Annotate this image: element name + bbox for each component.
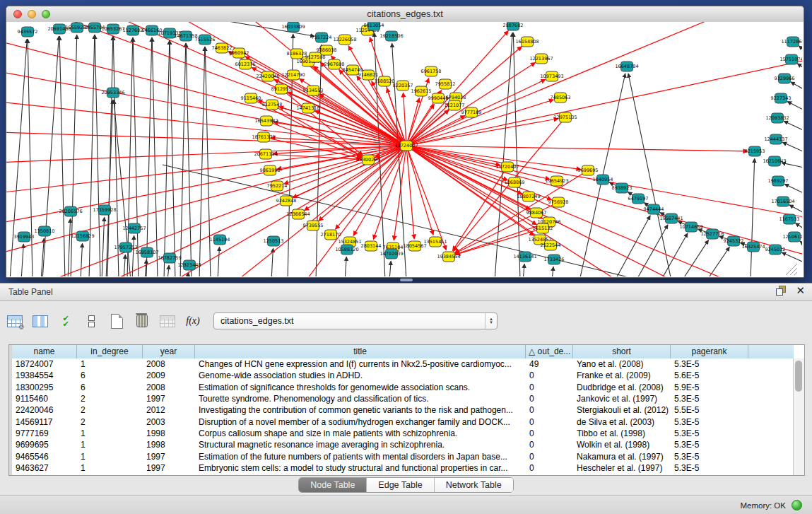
column-header-name[interactable]: name	[12, 345, 77, 358]
window-titlebar[interactable]: citations_edges.txt	[6, 6, 804, 23]
network-node[interactable]: 19384554	[437, 252, 460, 262]
row-height-icon[interactable]	[81, 311, 102, 331]
network-node[interactable]: 12527716	[700, 229, 724, 239]
network-edge[interactable]	[784, 121, 802, 138]
network-edge[interactable]	[293, 146, 406, 198]
column-header-short[interactable]: short	[573, 345, 671, 358]
network-edge[interactable]	[95, 35, 100, 276]
network-edge[interactable]	[513, 33, 520, 276]
network-node[interactable]: 12213967	[529, 54, 553, 64]
network-node[interactable]: 9435572	[18, 27, 38, 37]
network-node[interactable]: 15720407	[495, 162, 519, 172]
column-header-out_degree[interactable]: △ out_de...	[526, 345, 573, 358]
network-node[interactable]: 8215953	[745, 146, 765, 156]
new-table-icon[interactable]	[106, 311, 127, 331]
network-edge[interactable]	[523, 264, 524, 276]
network-node[interactable]: 16154808	[515, 37, 539, 47]
network-node[interactable]: 12106113	[782, 232, 802, 242]
network-node[interactable]: 16210643	[763, 156, 786, 166]
network-node[interactable]: 2887682	[503, 22, 524, 30]
memory-status-indicator[interactable]	[792, 500, 802, 510]
network-node[interactable]: 12156829	[71, 231, 94, 241]
network-node[interactable]: 12975135	[553, 112, 577, 122]
table-row[interactable]: 1456911722003Disruption of a novel membe…	[12, 416, 794, 427]
table-body[interactable]: 1872400712008Changes of HCN gene express…	[12, 358, 794, 475]
network-edge[interactable]	[68, 218, 71, 276]
network-node[interactable]: 7952214	[267, 181, 288, 191]
network-edge[interactable]	[782, 252, 802, 269]
tab-node-table[interactable]: Node Table	[299, 478, 367, 492]
column-visibility-icon[interactable]	[30, 311, 51, 331]
network-edge[interactable]	[218, 247, 219, 276]
network-edge[interactable]	[71, 35, 77, 276]
column-header-year[interactable]: year	[143, 345, 195, 358]
network-node[interactable]: 1962615	[411, 86, 432, 96]
network-node[interactable]: 15751074	[779, 54, 802, 64]
network-node[interactable]: 2803144	[361, 241, 382, 251]
network-edge[interactable]	[406, 100, 553, 146]
network-edge[interactable]	[800, 241, 802, 257]
table-row[interactable]: 1872400712008Changes of HCN gene express…	[12, 358, 794, 370]
network-node[interactable]: 7357224	[312, 33, 332, 42]
network-node[interactable]: 17016504	[771, 197, 794, 206]
network-edge[interactable]	[782, 142, 802, 159]
table-row[interactable]: 2242004622012Investigating the contribut…	[12, 404, 794, 416]
column-header-in_degree[interactable]: in_degree	[77, 345, 143, 358]
network-edge[interactable]	[406, 119, 558, 146]
network-node[interactable]: 1145194	[210, 235, 230, 245]
network-node[interactable]: 9699695	[578, 165, 599, 175]
panel-splitter-handle[interactable]	[400, 279, 413, 281]
network-edge[interactable]	[164, 40, 170, 276]
network-edge[interactable]	[797, 64, 802, 79]
network-node[interactable]: 8739555	[303, 221, 324, 230]
network-edge[interactable]	[186, 43, 192, 276]
scrollbar-thumb[interactable]	[795, 361, 802, 392]
network-edge[interactable]	[59, 36, 65, 276]
table-row[interactable]: 946362711997Embryonic stem cells: a mode…	[12, 462, 794, 474]
network-edge[interactable]	[6, 132, 406, 146]
resize-grip-icon[interactable]	[794, 272, 797, 275]
network-node[interactable]: 13515411	[423, 237, 447, 247]
network-edge[interactable]	[452, 167, 507, 251]
network-node[interactable]: 12226058	[333, 35, 356, 45]
network-edge[interactable]	[146, 37, 152, 276]
network-node[interactable]: 6961758	[421, 66, 442, 76]
network-node[interactable]: 17359928	[93, 205, 116, 215]
table-row[interactable]: 977716911998Corpus callosum shape and si…	[12, 428, 794, 439]
network-node[interactable]: 11172864	[781, 37, 802, 47]
network-edge[interactable]	[42, 36, 59, 276]
network-edge[interactable]	[167, 265, 169, 276]
network-node[interactable]: 8220357	[393, 81, 413, 90]
network-node[interactable]: 20671114	[254, 149, 277, 159]
select-rows-icon[interactable]: ✔✔	[55, 311, 76, 331]
network-node[interactable]: 19218506	[379, 31, 403, 41]
network-edge[interactable]	[132, 235, 134, 276]
function-builder-icon[interactable]: f(x)	[182, 311, 204, 331]
network-node[interactable]: 9245322	[724, 236, 744, 246]
column-header-title[interactable]: title	[195, 345, 526, 358]
vertical-scrollbar[interactable]	[793, 358, 804, 475]
network-node[interactable]: 1250513	[264, 236, 284, 246]
network-edge[interactable]	[751, 158, 755, 276]
network-node[interactable]: 16782759	[158, 253, 181, 263]
network-node[interactable]: 9861998	[260, 165, 281, 175]
network-edge[interactable]	[180, 43, 186, 276]
network-edge[interactable]	[791, 82, 802, 98]
network-edge[interactable]	[124, 255, 125, 276]
network-edge[interactable]	[89, 35, 95, 276]
network-edge[interactable]	[406, 146, 446, 250]
network-node[interactable]: 7515526	[195, 35, 216, 45]
network-edge[interactable]	[21, 244, 23, 276]
network-node[interactable]: 12366544	[286, 209, 310, 219]
network-edge[interactable]	[41, 238, 44, 276]
table-row[interactable]: 946554611997Estimation of the future num…	[12, 450, 794, 462]
network-edge[interactable]	[552, 267, 553, 276]
delete-table-icon[interactable]	[131, 311, 153, 331]
network-node[interactable]: 20953346	[101, 88, 124, 98]
network-edge[interactable]	[6, 146, 406, 195]
table-row[interactable]: 911546021997Tourette syndrome. Phenomeno…	[12, 393, 794, 404]
float-panel-icon[interactable]	[776, 286, 786, 296]
network-node[interactable]: 14136141	[513, 252, 536, 262]
network-edge[interactable]	[628, 74, 671, 276]
network-edge[interactable]	[787, 102, 802, 118]
